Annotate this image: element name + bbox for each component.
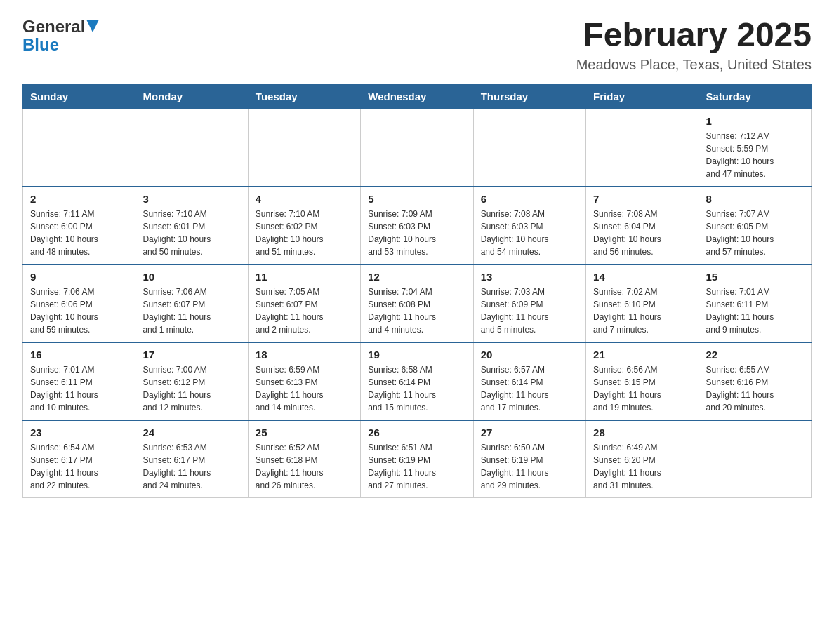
day-info: Sunrise: 7:10 AMSunset: 6:02 PMDaylight:… bbox=[256, 208, 353, 258]
day-info: Sunrise: 6:56 AMSunset: 6:15 PMDaylight:… bbox=[593, 363, 691, 414]
calendar-table: Sunday Monday Tuesday Wednesday Thursday… bbox=[22, 84, 812, 498]
calendar-day: 1Sunrise: 7:12 AMSunset: 5:59 PMDaylight… bbox=[699, 109, 811, 187]
day-info: Sunrise: 6:49 AMSunset: 6:20 PMDaylight:… bbox=[593, 441, 691, 492]
calendar-day: 3Sunrise: 7:10 AMSunset: 6:01 PMDaylight… bbox=[135, 187, 248, 264]
day-number: 9 bbox=[30, 271, 128, 283]
header-friday: Friday bbox=[586, 84, 699, 109]
calendar-day bbox=[135, 109, 248, 187]
day-number: 26 bbox=[368, 427, 465, 438]
calendar-day bbox=[473, 109, 585, 187]
calendar-day: 4Sunrise: 7:10 AMSunset: 6:02 PMDaylight… bbox=[248, 187, 360, 264]
calendar-day: 21Sunrise: 6:56 AMSunset: 6:15 PMDayligh… bbox=[586, 342, 699, 420]
day-info: Sunrise: 7:03 AMSunset: 6:09 PMDaylight:… bbox=[481, 286, 578, 336]
day-number: 25 bbox=[256, 427, 353, 438]
week-row-3: 16Sunrise: 7:01 AMSunset: 6:11 PMDayligh… bbox=[23, 342, 812, 420]
day-number: 10 bbox=[143, 271, 240, 283]
logo-triangle-icon bbox=[86, 20, 99, 32]
day-number: 1 bbox=[706, 115, 804, 127]
calendar-day: 18Sunrise: 6:59 AMSunset: 6:13 PMDayligh… bbox=[248, 342, 360, 420]
svg-marker-0 bbox=[86, 20, 99, 32]
calendar-day: 28Sunrise: 6:49 AMSunset: 6:20 PMDayligh… bbox=[586, 420, 699, 498]
day-info: Sunrise: 6:55 AMSunset: 6:16 PMDaylight:… bbox=[706, 363, 804, 414]
week-row-4: 23Sunrise: 6:54 AMSunset: 6:17 PMDayligh… bbox=[23, 420, 812, 498]
calendar-day: 5Sunrise: 7:09 AMSunset: 6:03 PMDaylight… bbox=[361, 187, 473, 264]
logo-general-text: General bbox=[22, 17, 85, 36]
day-number: 7 bbox=[593, 193, 691, 205]
page-header: General Blue February 2025 Meadows Place… bbox=[22, 17, 812, 73]
day-info: Sunrise: 7:00 AMSunset: 6:12 PMDaylight:… bbox=[143, 363, 240, 414]
calendar-title: February 2025 bbox=[576, 17, 812, 54]
day-number: 24 bbox=[143, 427, 240, 438]
day-number: 5 bbox=[368, 193, 465, 205]
logo-blue-text: Blue bbox=[22, 35, 99, 55]
calendar-day: 9Sunrise: 7:06 AMSunset: 6:06 PMDaylight… bbox=[23, 264, 135, 342]
day-number: 14 bbox=[593, 271, 691, 283]
day-info: Sunrise: 7:09 AMSunset: 6:03 PMDaylight:… bbox=[368, 208, 465, 258]
calendar-day bbox=[248, 109, 360, 187]
logo: General Blue bbox=[22, 17, 99, 55]
day-number: 4 bbox=[256, 193, 353, 205]
calendar-day: 15Sunrise: 7:01 AMSunset: 6:11 PMDayligh… bbox=[699, 264, 811, 342]
day-number: 19 bbox=[368, 349, 465, 361]
calendar-day: 25Sunrise: 6:52 AMSunset: 6:18 PMDayligh… bbox=[248, 420, 360, 498]
title-section: February 2025 Meadows Place, Texas, Unit… bbox=[576, 17, 812, 73]
calendar-day: 22Sunrise: 6:55 AMSunset: 6:16 PMDayligh… bbox=[699, 342, 811, 420]
day-number: 22 bbox=[706, 349, 804, 361]
calendar-day: 16Sunrise: 7:01 AMSunset: 6:11 PMDayligh… bbox=[23, 342, 135, 420]
day-number: 3 bbox=[143, 193, 240, 205]
day-number: 27 bbox=[481, 427, 578, 438]
calendar-day bbox=[23, 109, 135, 187]
day-number: 13 bbox=[481, 271, 578, 283]
calendar-day: 23Sunrise: 6:54 AMSunset: 6:17 PMDayligh… bbox=[23, 420, 135, 498]
day-info: Sunrise: 7:12 AMSunset: 5:59 PMDaylight:… bbox=[706, 130, 804, 180]
day-number: 11 bbox=[256, 271, 353, 283]
day-info: Sunrise: 7:07 AMSunset: 6:05 PMDaylight:… bbox=[706, 208, 804, 258]
calendar-day: 10Sunrise: 7:06 AMSunset: 6:07 PMDayligh… bbox=[135, 264, 248, 342]
calendar-location: Meadows Place, Texas, United States bbox=[576, 57, 812, 73]
day-number: 28 bbox=[593, 427, 691, 438]
day-number: 18 bbox=[256, 349, 353, 361]
week-row-2: 9Sunrise: 7:06 AMSunset: 6:06 PMDaylight… bbox=[23, 264, 812, 342]
day-info: Sunrise: 7:10 AMSunset: 6:01 PMDaylight:… bbox=[143, 208, 240, 258]
calendar-day: 8Sunrise: 7:07 AMSunset: 6:05 PMDaylight… bbox=[699, 187, 811, 264]
day-number: 20 bbox=[481, 349, 578, 361]
calendar-day: 7Sunrise: 7:08 AMSunset: 6:04 PMDaylight… bbox=[586, 187, 699, 264]
day-info: Sunrise: 7:01 AMSunset: 6:11 PMDaylight:… bbox=[706, 286, 804, 336]
header-thursday: Thursday bbox=[473, 84, 585, 109]
calendar-day: 14Sunrise: 7:02 AMSunset: 6:10 PMDayligh… bbox=[586, 264, 699, 342]
day-number: 17 bbox=[143, 349, 240, 361]
calendar-day: 19Sunrise: 6:58 AMSunset: 6:14 PMDayligh… bbox=[361, 342, 473, 420]
day-info: Sunrise: 7:11 AMSunset: 6:00 PMDaylight:… bbox=[30, 208, 128, 258]
header-saturday: Saturday bbox=[699, 84, 811, 109]
weekday-header-row: Sunday Monday Tuesday Wednesday Thursday… bbox=[23, 84, 812, 109]
day-info: Sunrise: 7:06 AMSunset: 6:06 PMDaylight:… bbox=[30, 286, 128, 336]
day-info: Sunrise: 6:59 AMSunset: 6:13 PMDaylight:… bbox=[256, 363, 353, 414]
day-info: Sunrise: 7:04 AMSunset: 6:08 PMDaylight:… bbox=[368, 286, 465, 336]
day-info: Sunrise: 7:08 AMSunset: 6:04 PMDaylight:… bbox=[593, 208, 691, 258]
day-number: 23 bbox=[30, 427, 128, 438]
calendar-day bbox=[361, 109, 473, 187]
calendar-day: 24Sunrise: 6:53 AMSunset: 6:17 PMDayligh… bbox=[135, 420, 248, 498]
day-info: Sunrise: 6:53 AMSunset: 6:17 PMDaylight:… bbox=[143, 441, 240, 492]
calendar-day: 27Sunrise: 6:50 AMSunset: 6:19 PMDayligh… bbox=[473, 420, 585, 498]
week-row-0: 1Sunrise: 7:12 AMSunset: 5:59 PMDaylight… bbox=[23, 109, 812, 187]
calendar-day: 6Sunrise: 7:08 AMSunset: 6:03 PMDaylight… bbox=[473, 187, 585, 264]
day-info: Sunrise: 6:54 AMSunset: 6:17 PMDaylight:… bbox=[30, 441, 128, 492]
day-info: Sunrise: 6:51 AMSunset: 6:19 PMDaylight:… bbox=[368, 441, 465, 492]
calendar-day bbox=[586, 109, 699, 187]
day-info: Sunrise: 7:01 AMSunset: 6:11 PMDaylight:… bbox=[30, 363, 128, 414]
week-row-1: 2Sunrise: 7:11 AMSunset: 6:00 PMDaylight… bbox=[23, 187, 812, 264]
day-number: 15 bbox=[706, 271, 804, 283]
day-info: Sunrise: 7:05 AMSunset: 6:07 PMDaylight:… bbox=[256, 286, 353, 336]
calendar-day: 26Sunrise: 6:51 AMSunset: 6:19 PMDayligh… bbox=[361, 420, 473, 498]
calendar-day: 17Sunrise: 7:00 AMSunset: 6:12 PMDayligh… bbox=[135, 342, 248, 420]
calendar-day bbox=[699, 420, 811, 498]
day-number: 6 bbox=[481, 193, 578, 205]
calendar-day: 12Sunrise: 7:04 AMSunset: 6:08 PMDayligh… bbox=[361, 264, 473, 342]
calendar-day: 11Sunrise: 7:05 AMSunset: 6:07 PMDayligh… bbox=[248, 264, 360, 342]
header-monday: Monday bbox=[135, 84, 248, 109]
day-number: 8 bbox=[706, 193, 804, 205]
day-info: Sunrise: 6:50 AMSunset: 6:19 PMDaylight:… bbox=[481, 441, 578, 492]
day-number: 2 bbox=[30, 193, 128, 205]
calendar-day: 13Sunrise: 7:03 AMSunset: 6:09 PMDayligh… bbox=[473, 264, 585, 342]
